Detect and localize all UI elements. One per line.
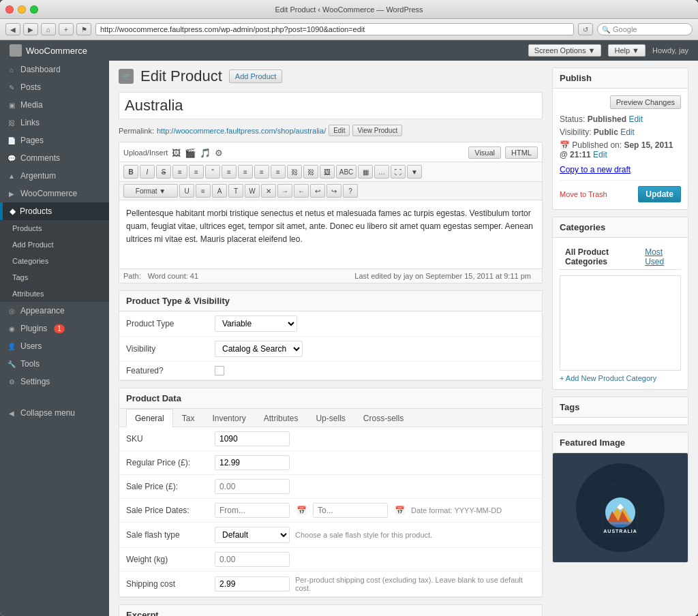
permalink-url[interactable]: http://woocommerce.faultpress.com/shop/a… bbox=[157, 127, 326, 135]
visual-button[interactable]: Visual bbox=[468, 147, 501, 159]
tab-up-sells[interactable]: Up-sells bbox=[307, 409, 354, 427]
view-product-button[interactable]: View Product bbox=[352, 125, 402, 136]
blockquote-button[interactable]: " bbox=[205, 165, 220, 179]
paste-word-button[interactable]: W bbox=[245, 184, 260, 198]
tab-attributes[interactable]: Attributes bbox=[255, 409, 307, 427]
maximize-button[interactable] bbox=[30, 5, 38, 14]
sidebar-item-products[interactable]: Products bbox=[0, 220, 109, 236]
visibility-select[interactable]: Catalog & Search Catalog Search Hidden bbox=[215, 341, 303, 357]
indent-button[interactable]: → bbox=[277, 184, 292, 198]
sale-price-input[interactable] bbox=[215, 479, 290, 494]
sidebar-item-media[interactable]: ▣ Media bbox=[0, 96, 109, 114]
format-select[interactable]: Format ▼ bbox=[123, 184, 178, 198]
sidebar-item-dashboard[interactable]: ⌂ Dashboard bbox=[0, 61, 109, 78]
search-bar[interactable]: 🔍 Google bbox=[597, 23, 693, 35]
featured-image-display[interactable]: AUSTRALIA bbox=[553, 453, 688, 562]
add-category-link[interactable]: + Add New Product Category bbox=[560, 374, 681, 382]
sidebar-item-tags[interactable]: Tags bbox=[0, 269, 109, 286]
product-type-select[interactable]: Simple Variable Grouped External/Affilia… bbox=[215, 315, 297, 332]
editor-content[interactable]: Pellentesque habitant morbi tristique se… bbox=[119, 200, 542, 268]
image-button[interactable]: 🖼 bbox=[320, 165, 335, 179]
regular-price-input[interactable] bbox=[215, 455, 290, 470]
sale-from-input[interactable] bbox=[215, 503, 290, 518]
sidebar-item-appearance[interactable]: ◎ Appearance bbox=[0, 302, 109, 320]
tab-most-used[interactable]: Most Used bbox=[639, 245, 681, 269]
sidebar-collapse[interactable]: ◀ Collapse menu bbox=[0, 404, 109, 422]
unlink-button[interactable]: ⛓ bbox=[303, 165, 318, 179]
textcolor-button[interactable]: A bbox=[212, 184, 227, 198]
status-edit-link[interactable]: Edit bbox=[628, 114, 643, 124]
sidebar-item-pages[interactable]: 📄 Pages bbox=[0, 132, 109, 149]
sidebar-item-add-product[interactable]: Add Product bbox=[0, 236, 109, 253]
tab-all-categories[interactable]: All Product Categories bbox=[560, 245, 639, 269]
excerpt-header[interactable]: Excerpt bbox=[119, 605, 542, 616]
format-button[interactable]: ABC bbox=[336, 165, 356, 179]
tab-general[interactable]: General bbox=[126, 409, 173, 427]
justify-button[interactable]: ≡ bbox=[196, 184, 211, 198]
bookmark-button[interactable]: ⚑ bbox=[76, 23, 91, 35]
upload-video-btn[interactable]: 🎬 bbox=[185, 148, 196, 158]
remove-format-button[interactable]: ✕ bbox=[261, 184, 276, 198]
sale-to-calendar[interactable]: 📅 bbox=[393, 504, 406, 517]
sidebar-item-attributes[interactable]: Attributes bbox=[0, 286, 109, 302]
weight-input[interactable] bbox=[215, 552, 290, 567]
product-type-header[interactable]: Product Type & Visibility bbox=[119, 291, 542, 311]
help-btn[interactable]: Help ▼ bbox=[608, 44, 646, 57]
shipping-input[interactable] bbox=[215, 576, 290, 591]
strikethrough-button[interactable]: S bbox=[156, 165, 171, 179]
html-button[interactable]: HTML bbox=[505, 147, 538, 159]
sale-flash-select[interactable]: Default bbox=[215, 527, 290, 543]
home-button[interactable]: ⌂ bbox=[41, 23, 56, 35]
sidebar-item-woocommerce[interactable]: ▶ WooCommerce bbox=[0, 185, 109, 202]
sidebar-item-categories[interactable]: Categories bbox=[0, 253, 109, 269]
tab-cross-sells[interactable]: Cross-sells bbox=[354, 409, 412, 427]
upload-audio-btn[interactable]: 🎵 bbox=[200, 148, 211, 158]
italic-button[interactable]: I bbox=[140, 165, 155, 179]
fullscreen-button[interactable]: ⛶ bbox=[391, 165, 406, 179]
close-button[interactable] bbox=[5, 5, 14, 14]
sku-input[interactable] bbox=[215, 431, 290, 446]
copy-draft-link[interactable]: Copy to a new draft bbox=[560, 165, 631, 174]
more-button[interactable]: … bbox=[374, 165, 389, 179]
sale-from-calendar[interactable]: 📅 bbox=[295, 504, 307, 517]
upload-image-btn[interactable]: 🖼 bbox=[172, 148, 181, 158]
outdent-button[interactable]: ← bbox=[294, 184, 309, 198]
align-left-button[interactable]: ≡ bbox=[222, 165, 237, 179]
minimize-button[interactable] bbox=[18, 5, 26, 14]
screen-options-btn[interactable]: Screen Options ▼ bbox=[528, 44, 602, 57]
sidebar-item-comments[interactable]: 💬 Comments bbox=[0, 149, 109, 167]
kitchen-sink-button[interactable]: ▼ bbox=[407, 165, 422, 179]
sidebar-item-argentum[interactable]: ▲ Argentum bbox=[0, 167, 109, 185]
featured-checkbox[interactable] bbox=[215, 366, 224, 375]
ol-button[interactable]: ≡ bbox=[189, 165, 204, 179]
align-justify-button[interactable]: ≡ bbox=[271, 165, 286, 179]
add-product-button[interactable]: Add Product bbox=[229, 70, 283, 83]
tab-inventory[interactable]: Inventory bbox=[203, 409, 254, 427]
published-edit-link[interactable]: Edit bbox=[593, 150, 607, 159]
table-button[interactable]: ▦ bbox=[358, 165, 373, 179]
sidebar-item-posts[interactable]: ✎ Posts bbox=[0, 78, 109, 96]
tab-tax[interactable]: Tax bbox=[173, 409, 204, 427]
categories-list[interactable] bbox=[560, 275, 681, 371]
undo-button[interactable]: ↩ bbox=[310, 184, 325, 198]
redo-button[interactable]: ↪ bbox=[327, 184, 342, 198]
visibility-edit-link[interactable]: Edit bbox=[620, 127, 635, 137]
sidebar-item-products-parent[interactable]: ◆ Products bbox=[0, 202, 109, 220]
sale-to-input[interactable] bbox=[313, 503, 388, 518]
new-tab-button[interactable]: + bbox=[59, 23, 74, 35]
ul-button[interactable]: ≡ bbox=[172, 165, 187, 179]
update-button[interactable]: Update bbox=[638, 186, 681, 202]
paste-text-button[interactable]: T bbox=[228, 184, 243, 198]
reload-button[interactable]: ↺ bbox=[578, 23, 593, 35]
align-right-button[interactable]: ≡ bbox=[254, 165, 269, 179]
preview-button[interactable]: Preview Changes bbox=[610, 95, 681, 109]
bold-button[interactable]: B bbox=[123, 165, 138, 179]
sidebar-item-tools[interactable]: 🔧 Tools bbox=[0, 355, 109, 373]
help-button[interactable]: ? bbox=[343, 184, 358, 198]
align-center-button[interactable]: ≡ bbox=[238, 165, 253, 179]
sidebar-item-plugins[interactable]: ◉ Plugins 1 bbox=[0, 320, 109, 337]
upload-misc-btn[interactable]: ⚙ bbox=[215, 148, 223, 158]
edit-permalink-button[interactable]: Edit bbox=[329, 125, 350, 136]
product-data-header[interactable]: Product Data bbox=[119, 388, 542, 409]
sidebar-item-links[interactable]: ⛓ Links bbox=[0, 114, 109, 132]
